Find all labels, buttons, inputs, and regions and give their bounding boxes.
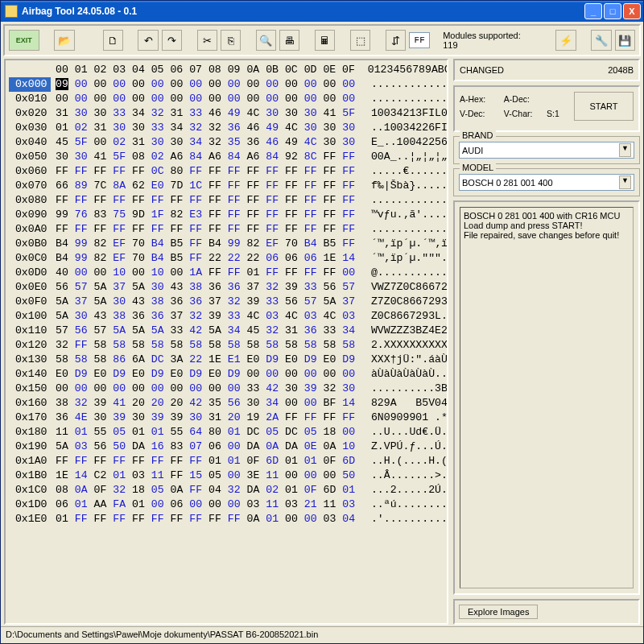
- hex-row[interactable]: 0x070 66 89 7C 8A 62 E0 7D 1C FF FF FF F…: [9, 179, 444, 193]
- hex-row[interactable]: 0x130 58 58 58 86 6A DC 3A 22 1E E1 E0 D…: [9, 353, 444, 367]
- hex-bytes[interactable]: 09 00 00 00 00 00 00 00 00 00 00 00 00 0…: [56, 77, 361, 92]
- hex-row[interactable]: 0x1B0 1E 14 C2 01 03 11 FF 15 05 00 3E 1…: [9, 469, 444, 483]
- hex-ascii: XXX†jÜ:".áàÙàÙàÙ: [365, 353, 447, 367]
- hex-row[interactable]: 0x0A0 FF FF FF FF FF FF FF FF FF FF FF F…: [9, 222, 444, 237]
- hex-bytes[interactable]: 00 00 00 00 00 00 00 00 00 00 33 42 30 3…: [56, 382, 361, 396]
- hex-row[interactable]: 0x050 30 30 41 5F 08 02 A6 84 A6 84 A6 8…: [9, 150, 444, 164]
- hex-row[interactable]: 0x0B0 B4 99 82 EF 70 B4 B5 FF B4 99 82 E…: [9, 237, 444, 251]
- brand-fieldset: BRAND AUDI ▼: [453, 136, 640, 164]
- maximize-button[interactable]: □: [604, 3, 621, 19]
- hex-row[interactable]: 0x110 57 56 57 5A 5A 5A 33 42 5A 34 45 3…: [9, 324, 444, 338]
- hex-row[interactable]: 0x190 5A 03 56 50 DA 16 83 07 06 00 DA 0…: [9, 440, 444, 454]
- hex-bytes[interactable]: 01 FF FF FF FF FF FF FF FF FF 0A 01 00 0…: [56, 512, 361, 526]
- hex-bytes[interactable]: 5A 37 5A 30 43 38 36 36 37 32 39 33 56 5…: [56, 295, 361, 309]
- find-button[interactable]: 🔍: [256, 30, 276, 51]
- hex-bytes[interactable]: 30 30 41 5F 08 02 A6 84 A6 84 A6 84 92 8…: [56, 150, 361, 164]
- hex-bytes[interactable]: FF FF FF FF FF FF FF FF 01 01 0F 6D 01 0…: [56, 454, 361, 469]
- hex-address: 0x1B0: [9, 469, 51, 483]
- vchar-label: V-Char:: [504, 109, 533, 118]
- hex-bytes[interactable]: 40 00 00 10 00 10 00 1A FF FF 01 FF FF F…: [56, 266, 361, 280]
- hex-editor[interactable]: 00 01 02 03 04 05 06 07 08 09 0A 0B 0C 0…: [4, 59, 448, 625]
- hex-row[interactable]: 0x0F0 5A 37 5A 30 43 38 36 36 37 32 39 3…: [9, 295, 444, 309]
- copy-button[interactable]: ⎘: [221, 30, 241, 51]
- hex-bytes[interactable]: 36 4E 30 39 30 39 39 30 31 20 19 2A FF F…: [56, 411, 361, 425]
- hex-bytes[interactable]: 66 89 7C 8A 62 E0 7D 1C FF FF FF FF FF F…: [56, 179, 361, 193]
- new-doc-button[interactable]: 🗋: [103, 30, 123, 51]
- hex-row[interactable]: 0x1D0 06 01 AA FA 01 00 06 00 00 00 03 1…: [9, 497, 444, 512]
- hex-bytes[interactable]: 06 01 AA FA 01 00 06 00 00 00 03 11 03 2…: [56, 497, 361, 512]
- hex-row[interactable]: 0x1A0 FF FF FF FF FF FF FF FF 01 01 0F 6…: [9, 454, 444, 469]
- hex-address: 0x010: [9, 92, 51, 106]
- sort-button[interactable]: ⇵: [386, 30, 406, 51]
- hex-bytes[interactable]: FF FF FF FF FF FF FF FF FF FF FF FF FF F…: [56, 193, 361, 208]
- hex-bytes[interactable]: 56 57 5A 37 5A 30 43 38 36 36 37 32 39 3…: [56, 280, 361, 295]
- hex-ascii: WVWZZZ3BZ4E21634: [365, 324, 447, 338]
- hex-bytes[interactable]: FF FF FF FF FF FF FF FF FF FF FF FF FF F…: [56, 222, 361, 237]
- hex-row[interactable]: 0x0C0 B4 99 82 EF 70 B4 B5 FF 22 22 22 0…: [9, 251, 444, 266]
- hex-bytes[interactable]: 01 02 31 30 30 33 34 32 32 36 46 49 4C 3…: [56, 121, 361, 135]
- hex-row[interactable]: 0x170 36 4E 30 39 30 39 39 30 31 20 19 2…: [9, 411, 444, 425]
- hex-row[interactable]: 0x100 5A 30 43 38 36 36 37 32 39 33 4C 0…: [9, 309, 444, 324]
- exit-button[interactable]: EXIT: [9, 30, 39, 51]
- hex-ascii: 10034213FIL000A_: [365, 106, 447, 121]
- print-button[interactable]: 🖶: [279, 30, 299, 51]
- ahex-label: A-Hex:: [460, 94, 485, 104]
- hex-bytes[interactable]: 99 76 83 75 9D 1F 82 E3 FF FF FF FF FF F…: [56, 208, 361, 222]
- hex-row[interactable]: 0x160 38 32 39 41 20 20 20 42 35 56 30 3…: [9, 396, 444, 411]
- hex-bytes[interactable]: 58 58 58 86 6A DC 3A 22 1E E1 E0 D9 E0 D…: [56, 353, 361, 367]
- disk-button[interactable]: 💾: [615, 30, 635, 51]
- hex-bytes[interactable]: 45 5F 00 02 31 30 30 34 32 35 36 46 49 4…: [56, 135, 361, 150]
- calc-button[interactable]: 🖩: [315, 30, 335, 51]
- hex-bytes[interactable]: 11 01 55 05 01 01 55 64 80 01 DC 05 DC 0…: [56, 425, 361, 440]
- hex-bytes[interactable]: B4 99 82 EF 70 B4 B5 FF B4 99 82 EF 70 B…: [56, 237, 361, 251]
- hex-bytes[interactable]: B4 99 82 EF 70 B4 B5 FF 22 22 22 06 06 0…: [56, 251, 361, 266]
- brand-select[interactable]: AUDI ▼: [459, 142, 634, 159]
- undo-button[interactable]: ↶: [138, 30, 158, 51]
- hex-row[interactable]: 0x030 01 02 31 30 30 33 34 32 32 36 46 4…: [9, 121, 444, 135]
- hex-row[interactable]: 0x040 45 5F 00 02 31 30 30 34 32 35 36 4…: [9, 135, 444, 150]
- model-value: BOSCH 0 281 001 400: [462, 178, 553, 188]
- hex-row[interactable]: 0x1C0 08 0A 0F 32 18 05 0A FF 04 32 DA 0…: [9, 483, 444, 497]
- log-panel: BOSCH 0 281 001 400 with CR16 MCU Load d…: [453, 200, 640, 595]
- redo-button[interactable]: ↷: [162, 30, 182, 51]
- hex-bytes[interactable]: E0 D9 E0 D9 E0 D9 E0 D9 E0 D9 00 00 00 0…: [56, 367, 361, 382]
- lightning-button[interactable]: ⚡: [555, 30, 576, 51]
- hex-bytes[interactable]: 1E 14 C2 01 03 11 FF 15 05 00 3E 11 00 0…: [56, 469, 361, 483]
- select-button[interactable]: ⬚: [350, 30, 370, 51]
- hex-row[interactable]: 0x000 09 00 00 00 00 00 00 00 00 00 00 0…: [9, 77, 444, 92]
- fill-value[interactable]: [409, 32, 430, 48]
- close-button[interactable]: X: [623, 3, 641, 19]
- hex-address: 0x100: [9, 309, 51, 324]
- minimize-button[interactable]: _: [584, 3, 602, 19]
- hex-row[interactable]: 0x0D0 40 00 00 10 00 10 00 1A FF FF 01 F…: [9, 266, 444, 280]
- hex-bytes[interactable]: 5A 30 43 38 36 36 37 32 39 33 4C 03 4C 0…: [56, 309, 361, 324]
- start-button[interactable]: START: [574, 92, 634, 121]
- hex-bytes[interactable]: 5A 03 56 50 DA 16 83 07 06 00 DA 0A DA 0…: [56, 440, 361, 454]
- hex-row[interactable]: 0x120 32 FF 58 58 58 58 58 58 58 58 58 5…: [9, 338, 444, 353]
- hex-ascii: ................: [365, 222, 447, 237]
- hex-row[interactable]: 0x140 E0 D9 E0 D9 E0 D9 E0 D9 E0 D9 00 0…: [9, 367, 444, 382]
- hex-row[interactable]: 0x020 31 30 30 33 34 32 31 33 46 49 4C 3…: [9, 106, 444, 121]
- hex-row[interactable]: 0x0E0 56 57 5A 37 5A 30 43 38 36 36 37 3…: [9, 280, 444, 295]
- hex-row[interactable]: 0x010 00 00 00 00 00 00 00 00 00 00 00 0…: [9, 92, 444, 106]
- model-select[interactable]: BOSCH 0 281 001 400 ▼: [459, 174, 634, 191]
- hex-row[interactable]: 0x1E0 01 FF FF FF FF FF FF FF FF FF 0A 0…: [9, 512, 444, 526]
- hex-row[interactable]: 0x080 FF FF FF FF FF FF FF FF FF FF FF F…: [9, 193, 444, 208]
- hex-bytes[interactable]: 00 00 00 00 00 00 00 00 00 00 00 00 00 0…: [56, 92, 361, 106]
- hex-row[interactable]: 0x150 00 00 00 00 00 00 00 00 00 00 33 4…: [9, 382, 444, 396]
- hex-ascii: ..U...Ud€.Ü.Ü...: [365, 425, 447, 440]
- hex-bytes[interactable]: FF FF FF FF FF 0C 80 FF FF FF FF FF FF F…: [56, 164, 361, 179]
- hex-row[interactable]: 0x090 99 76 83 75 9D 1F 82 E3 FF FF FF F…: [9, 208, 444, 222]
- wrench-button[interactable]: 🔧: [591, 30, 611, 51]
- hex-bytes[interactable]: 38 32 39 41 20 20 20 42 35 56 30 34 00 0…: [56, 396, 361, 411]
- explore-images-button[interactable]: Explore Images: [459, 605, 538, 619]
- hex-bytes[interactable]: 31 30 30 33 34 32 31 33 46 49 4C 30 30 3…: [56, 106, 361, 121]
- hex-row[interactable]: 0x180 11 01 55 05 01 01 55 64 80 01 DC 0…: [9, 425, 444, 440]
- open-button[interactable]: 📂: [54, 30, 74, 51]
- hex-row[interactable]: 0x060 FF FF FF FF FF 0C 80 FF FF FF FF F…: [9, 164, 444, 179]
- hex-bytes[interactable]: 57 56 57 5A 5A 5A 33 42 5A 34 45 32 31 3…: [56, 324, 361, 338]
- hex-ascii: ´™‚ïp´µ.´™‚ïp´µ.: [365, 237, 447, 251]
- hex-bytes[interactable]: 08 0A 0F 32 18 05 0A FF 04 32 DA 02 01 0…: [56, 483, 361, 497]
- hex-bytes[interactable]: 32 FF 58 58 58 58 58 58 58 58 58 58 58 5…: [56, 338, 361, 353]
- cut-button[interactable]: ✂: [197, 30, 217, 51]
